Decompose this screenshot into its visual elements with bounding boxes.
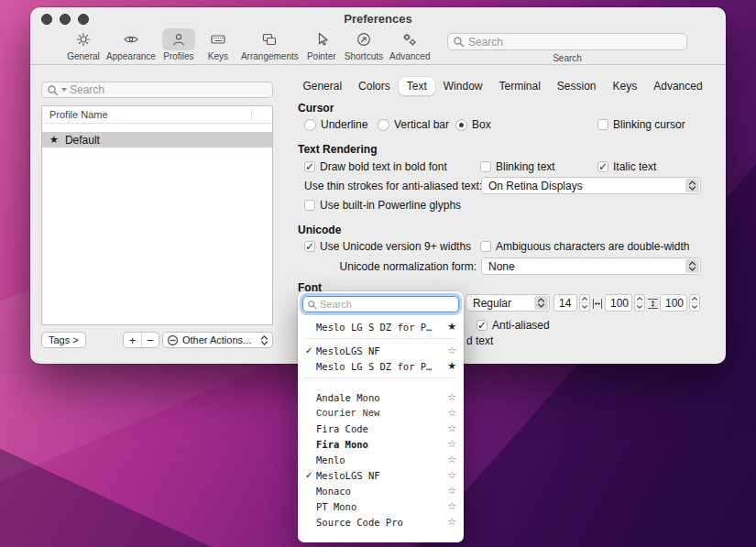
- profile-search-placeholder: Search: [70, 83, 104, 96]
- vertical-spacing-stepper[interactable]: [689, 294, 700, 312]
- font-name: PT Mono: [316, 501, 447, 512]
- profile-list-header[interactable]: Profile Name: [42, 106, 272, 124]
- font-name: Meslo LG S DZ for P…: [316, 361, 447, 372]
- remove-profile-button[interactable]: −: [141, 333, 159, 347]
- font-search-input[interactable]: Search: [302, 296, 459, 312]
- radio-selected-icon: [455, 119, 467, 131]
- toolbar-item-arrangements[interactable]: Arrangements: [241, 28, 299, 61]
- font-list-item-selected[interactable]: ✓ MesloLGS NF ☆: [298, 467, 464, 483]
- font-list-item[interactable]: Meslo LG S DZ for P… ★: [298, 319, 464, 334]
- horizontal-spacing-field[interactable]: 100: [605, 294, 632, 312]
- profile-search-input[interactable]: Search: [41, 82, 273, 98]
- font-style-dropdown[interactable]: Regular: [466, 294, 550, 312]
- star-outline-icon[interactable]: ☆: [447, 391, 456, 403]
- checkbox-icon: [480, 241, 491, 252]
- toolbar-search-input[interactable]: Search: [447, 33, 687, 50]
- font-list-item[interactable]: PT Mono ☆: [298, 498, 464, 514]
- checkbox-blinking-text[interactable]: Blinking text: [480, 160, 555, 173]
- font-list-item[interactable]: Fira Mono ☆: [298, 436, 464, 452]
- radio-vertical-bar[interactable]: Vertical bar: [378, 118, 449, 131]
- toolbar-item-general[interactable]: General: [67, 28, 100, 61]
- preferences-toolbar: General Appearance Profiles Keys Arrange: [30, 27, 726, 65]
- font-list-item[interactable]: Meslo LG S DZ for P… ★: [298, 358, 464, 374]
- font-list: Meslo LG S DZ for P… ★ ✓ MesloLGS NF ☆ M…: [298, 319, 464, 530]
- cursor-heading: Cursor: [298, 102, 334, 115]
- star-outline-icon[interactable]: ☆: [447, 516, 456, 528]
- stepper-up-icon: [690, 295, 699, 302]
- font-list-item[interactable]: Monaco ☆: [298, 483, 464, 498]
- circle-minus-icon: [167, 334, 179, 346]
- toolbar-search-label: Search: [447, 53, 687, 63]
- toolbar-item-profiles[interactable]: Profiles: [162, 28, 195, 61]
- toolbar-item-pointer[interactable]: Pointer: [305, 28, 338, 61]
- font-list-item[interactable]: Courier New ☆: [298, 405, 464, 421]
- star-outline-icon[interactable]: ☆: [447, 454, 456, 465]
- star-outline-icon[interactable]: ☆: [447, 422, 456, 434]
- gears-icon: [393, 28, 426, 50]
- radio-label: Box: [472, 118, 491, 131]
- toolbar-label: General: [67, 51, 100, 61]
- tags-button-label: Tags >: [49, 334, 79, 345]
- font-size-stepper[interactable]: [579, 294, 590, 312]
- tab-general[interactable]: General: [294, 77, 350, 95]
- vertical-spacing-field[interactable]: 100: [660, 294, 687, 312]
- toolbar-item-keys[interactable]: Keys: [202, 28, 235, 61]
- list-separator: [305, 377, 456, 378]
- profile-tab-bar: General Colors Text Window Terminal Sess…: [298, 77, 707, 95]
- horizontal-spacing-stepper[interactable]: [634, 294, 645, 312]
- font-search-placeholder: Search: [320, 299, 352, 310]
- tab-text[interactable]: Text: [399, 77, 435, 95]
- label-text: Use thin strokes for anti-aliased text:: [304, 180, 482, 192]
- font-list-item[interactable]: Menlo ☆: [298, 452, 464, 467]
- tab-colors[interactable]: Colors: [350, 77, 399, 95]
- tab-window[interactable]: Window: [435, 77, 491, 95]
- toolbar-search: Search Search: [447, 33, 687, 63]
- star-outline-icon[interactable]: ☆: [447, 345, 456, 356]
- checkbox-italic-text[interactable]: Italic text: [597, 160, 656, 173]
- toolbar-item-appearance[interactable]: Appearance: [106, 28, 156, 61]
- toolbar-label: Keys: [208, 51, 228, 61]
- checkbox-blinking-cursor[interactable]: Blinking cursor: [597, 118, 685, 131]
- tab-advanced[interactable]: Advanced: [645, 77, 710, 95]
- toolbar-item-advanced[interactable]: Advanced: [389, 28, 430, 61]
- font-name: Fira Mono: [316, 439, 447, 450]
- tab-keys[interactable]: Keys: [605, 77, 646, 95]
- star-outline-icon[interactable]: ☆: [447, 469, 456, 481]
- stepper-down-icon: [580, 302, 589, 311]
- toolbar-label: Profiles: [163, 51, 193, 61]
- checkbox-powerline[interactable]: Use built-in Powerline glyphs: [304, 199, 461, 212]
- checkbox-checked-icon: [597, 161, 608, 172]
- font-list-item[interactable]: Source Code Pro ☆: [298, 514, 464, 530]
- tags-button[interactable]: Tags >: [41, 332, 86, 348]
- checkbox-anti-aliased[interactable]: Anti-aliased: [477, 319, 550, 332]
- star-filled-icon[interactable]: ★: [447, 321, 456, 333]
- checkbox-unicode9[interactable]: Use Unicode version 9+ widths: [304, 240, 471, 253]
- star-outline-icon[interactable]: ☆: [447, 485, 456, 497]
- checkbox-draw-bold[interactable]: Draw bold text in bold font: [304, 160, 447, 173]
- normalization-dropdown[interactable]: None: [481, 257, 701, 275]
- other-actions-dropdown[interactable]: Other Actions...: [162, 332, 273, 348]
- star-filled-icon[interactable]: ★: [447, 360, 456, 372]
- font-list-item[interactable]: Andale Mono ☆: [298, 389, 464, 405]
- radio-icon: [378, 119, 389, 131]
- radio-underline[interactable]: Underline: [304, 118, 367, 131]
- checkbox-ambiguous-width[interactable]: Ambiguous characters are double-width: [480, 240, 689, 253]
- profile-row-default[interactable]: ★ Default: [42, 132, 272, 148]
- tab-session[interactable]: Session: [549, 77, 605, 95]
- window-title: Preferences: [30, 12, 726, 26]
- radio-box[interactable]: Box: [455, 118, 491, 131]
- thin-strokes-dropdown[interactable]: On Retina Displays: [481, 177, 701, 194]
- dropdown-value: On Retina Displays: [488, 180, 682, 192]
- add-profile-button[interactable]: +: [124, 333, 141, 347]
- add-remove-profile-control: + −: [123, 332, 159, 348]
- font-list-item[interactable]: ✓ MesloLGS NF ☆: [298, 343, 464, 358]
- column-divider: [251, 109, 252, 120]
- font-name: MesloLGS NF: [316, 470, 447, 481]
- toolbar-item-shortcuts[interactable]: Shortcuts: [345, 28, 383, 61]
- star-outline-icon[interactable]: ☆: [447, 407, 456, 419]
- font-list-item[interactable]: Fira Code ☆: [298, 421, 464, 436]
- tab-terminal[interactable]: Terminal: [490, 77, 548, 95]
- font-size-field[interactable]: 14: [553, 294, 577, 312]
- star-outline-icon[interactable]: ☆: [447, 500, 456, 512]
- star-outline-icon[interactable]: ☆: [447, 438, 456, 450]
